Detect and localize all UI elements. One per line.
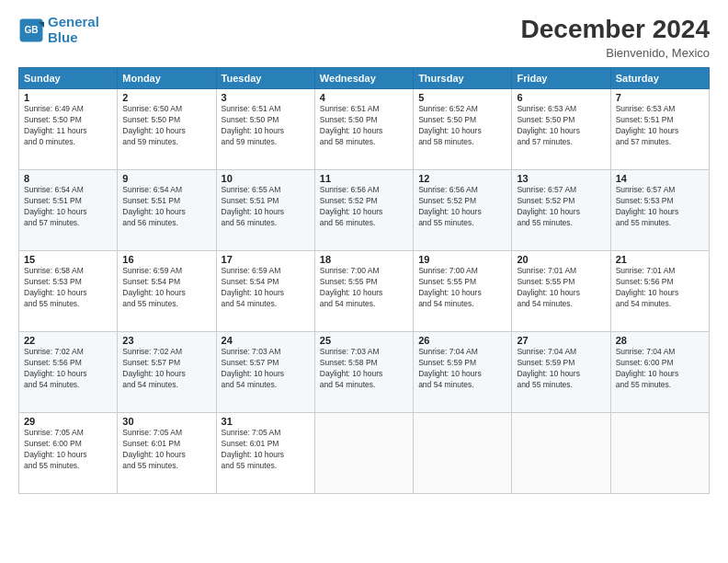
day-cell: 13Sunrise: 6:57 AM Sunset: 5:52 PM Dayli… [512,170,610,251]
day-number: 28 [616,335,704,346]
day-info: Sunrise: 6:49 AM Sunset: 5:50 PM Dayligh… [24,104,112,148]
day-info: Sunrise: 7:05 AM Sunset: 6:01 PM Dayligh… [222,428,310,472]
day-cell [314,413,413,494]
day-number: 2 [122,92,210,103]
day-info: Sunrise: 7:02 AM Sunset: 5:56 PM Dayligh… [24,347,112,391]
day-cell: 28Sunrise: 7:04 AM Sunset: 6:00 PM Dayli… [610,332,709,413]
weekday-header-row: SundayMondayTuesdayWednesdayThursdayFrid… [19,68,710,89]
day-cell: 4Sunrise: 6:51 AM Sunset: 5:50 PM Daylig… [314,89,413,170]
day-number: 14 [616,173,704,184]
day-info: Sunrise: 6:57 AM Sunset: 5:53 PM Dayligh… [616,185,704,229]
day-number: 22 [24,335,112,346]
day-info: Sunrise: 7:03 AM Sunset: 5:58 PM Dayligh… [320,347,408,391]
day-cell: 9Sunrise: 6:54 AM Sunset: 5:51 PM Daylig… [118,170,216,251]
weekday-header-tuesday: Tuesday [216,68,314,89]
day-cell: 6Sunrise: 6:53 AM Sunset: 5:50 PM Daylig… [512,89,610,170]
weekday-header-thursday: Thursday [414,68,512,89]
day-cell: 10Sunrise: 6:55 AM Sunset: 5:51 PM Dayli… [216,170,314,251]
day-info: Sunrise: 6:56 AM Sunset: 5:52 PM Dayligh… [320,185,408,229]
logo-general: General [48,14,99,29]
day-cell: 1Sunrise: 6:49 AM Sunset: 5:50 PM Daylig… [19,89,118,170]
day-cell: 14Sunrise: 6:57 AM Sunset: 5:53 PM Dayli… [610,170,709,251]
day-info: Sunrise: 6:54 AM Sunset: 5:51 PM Dayligh… [122,185,210,229]
day-number: 19 [418,254,506,265]
logo: GB General Blue [18,15,99,45]
day-number: 10 [222,173,310,184]
day-cell: 22Sunrise: 7:02 AM Sunset: 5:56 PM Dayli… [19,332,118,413]
day-info: Sunrise: 6:53 AM Sunset: 5:51 PM Dayligh… [616,104,704,148]
day-cell: 8Sunrise: 6:54 AM Sunset: 5:51 PM Daylig… [19,170,118,251]
day-info: Sunrise: 7:05 AM Sunset: 6:01 PM Dayligh… [122,428,210,472]
day-number: 29 [24,416,112,427]
day-number: 21 [616,254,704,265]
day-cell: 21Sunrise: 7:01 AM Sunset: 5:56 PM Dayli… [610,251,709,332]
day-cell: 3Sunrise: 6:51 AM Sunset: 5:50 PM Daylig… [216,89,314,170]
weekday-header-wednesday: Wednesday [314,68,413,89]
location: Bienvenido, Mexico [521,46,710,60]
day-info: Sunrise: 6:58 AM Sunset: 5:53 PM Dayligh… [24,266,112,310]
day-cell: 17Sunrise: 6:59 AM Sunset: 5:54 PM Dayli… [216,251,314,332]
day-info: Sunrise: 7:01 AM Sunset: 5:56 PM Dayligh… [616,266,704,310]
day-info: Sunrise: 7:04 AM Sunset: 5:59 PM Dayligh… [517,347,605,391]
day-info: Sunrise: 7:02 AM Sunset: 5:57 PM Dayligh… [122,347,210,391]
day-number: 1 [24,92,112,103]
day-cell: 5Sunrise: 6:52 AM Sunset: 5:50 PM Daylig… [414,89,512,170]
logo-blue: Blue [48,30,99,46]
weekday-header-friday: Friday [512,68,610,89]
day-cell [610,413,709,494]
day-number: 11 [320,173,408,184]
header: GB General Blue December 2024 Bienvenido… [18,15,710,60]
title-block: December 2024 Bienvenido, Mexico [521,15,710,60]
day-number: 7 [616,92,704,103]
week-row-1: 1Sunrise: 6:49 AM Sunset: 5:50 PM Daylig… [19,89,710,170]
day-info: Sunrise: 6:51 AM Sunset: 5:50 PM Dayligh… [320,104,408,148]
day-info: Sunrise: 6:55 AM Sunset: 5:51 PM Dayligh… [222,185,310,229]
day-cell: 20Sunrise: 7:01 AM Sunset: 5:55 PM Dayli… [512,251,610,332]
day-info: Sunrise: 7:00 AM Sunset: 5:55 PM Dayligh… [418,266,506,310]
day-info: Sunrise: 7:04 AM Sunset: 5:59 PM Dayligh… [418,347,506,391]
day-number: 30 [122,416,210,427]
day-info: Sunrise: 6:50 AM Sunset: 5:50 PM Dayligh… [122,104,210,148]
week-row-3: 15Sunrise: 6:58 AM Sunset: 5:53 PM Dayli… [19,251,710,332]
day-number: 18 [320,254,408,265]
day-cell: 12Sunrise: 6:56 AM Sunset: 5:52 PM Dayli… [414,170,512,251]
day-number: 23 [122,335,210,346]
day-number: 6 [517,92,605,103]
day-info: Sunrise: 6:59 AM Sunset: 5:54 PM Dayligh… [222,266,310,310]
day-number: 13 [517,173,605,184]
day-info: Sunrise: 6:54 AM Sunset: 5:51 PM Dayligh… [24,185,112,229]
logo-text: General Blue [48,15,99,45]
day-number: 31 [222,416,310,427]
day-info: Sunrise: 6:52 AM Sunset: 5:50 PM Dayligh… [418,104,506,148]
month-title: December 2024 [521,15,710,44]
day-number: 5 [418,92,506,103]
calendar-table: SundayMondayTuesdayWednesdayThursdayFrid… [18,67,710,494]
day-cell: 2Sunrise: 6:50 AM Sunset: 5:50 PM Daylig… [118,89,216,170]
day-cell: 31Sunrise: 7:05 AM Sunset: 6:01 PM Dayli… [216,413,314,494]
day-cell: 30Sunrise: 7:05 AM Sunset: 6:01 PM Dayli… [118,413,216,494]
day-number: 12 [418,173,506,184]
day-number: 25 [320,335,408,346]
week-row-5: 29Sunrise: 7:05 AM Sunset: 6:00 PM Dayli… [19,413,710,494]
day-info: Sunrise: 6:53 AM Sunset: 5:50 PM Dayligh… [517,104,605,148]
day-number: 24 [222,335,310,346]
day-cell: 11Sunrise: 6:56 AM Sunset: 5:52 PM Dayli… [314,170,413,251]
day-number: 20 [517,254,605,265]
day-info: Sunrise: 7:05 AM Sunset: 6:00 PM Dayligh… [24,428,112,472]
svg-text:GB: GB [24,25,38,35]
day-info: Sunrise: 6:59 AM Sunset: 5:54 PM Dayligh… [122,266,210,310]
day-cell: 15Sunrise: 6:58 AM Sunset: 5:53 PM Dayli… [19,251,118,332]
day-cell: 26Sunrise: 7:04 AM Sunset: 5:59 PM Dayli… [414,332,512,413]
day-cell: 29Sunrise: 7:05 AM Sunset: 6:00 PM Dayli… [19,413,118,494]
day-number: 16 [122,254,210,265]
day-cell [512,413,610,494]
day-cell: 23Sunrise: 7:02 AM Sunset: 5:57 PM Dayli… [118,332,216,413]
day-number: 15 [24,254,112,265]
week-row-2: 8Sunrise: 6:54 AM Sunset: 5:51 PM Daylig… [19,170,710,251]
day-cell: 24Sunrise: 7:03 AM Sunset: 5:57 PM Dayli… [216,332,314,413]
day-cell: 16Sunrise: 6:59 AM Sunset: 5:54 PM Dayli… [118,251,216,332]
weekday-header-saturday: Saturday [610,68,709,89]
logo-icon: GB [18,17,44,43]
weekday-header-monday: Monday [118,68,216,89]
day-cell: 27Sunrise: 7:04 AM Sunset: 5:59 PM Dayli… [512,332,610,413]
